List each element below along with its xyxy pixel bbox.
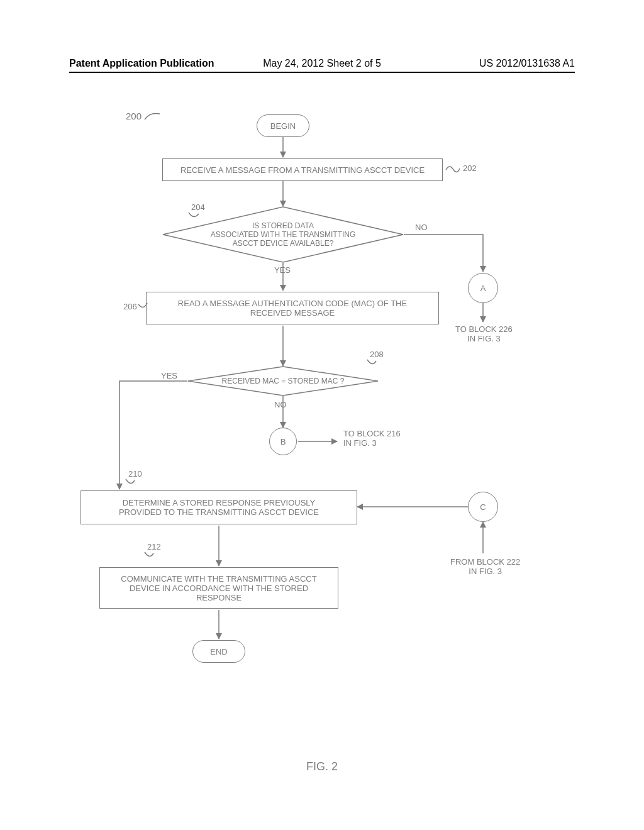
scribble-icon	[366, 358, 377, 368]
connector-a-to: TO BLOCK 226 IN FIG. 3	[455, 324, 513, 343]
block-212-text: COMMUNICATE WITH THE TRANSMITTING ASCCT …	[121, 574, 316, 602]
connector-a: A	[468, 273, 498, 303]
ref-204: 204	[191, 202, 205, 212]
ref-210: 210	[128, 469, 142, 479]
block-210-text: DETERMINE A STORED RESPONSE PREVIOUSLY P…	[119, 498, 319, 517]
ref-202: 202	[463, 163, 477, 173]
header-middle: May 24, 2012 Sheet 2 of 5	[238, 58, 406, 69]
label-yes-204: YES	[274, 265, 291, 275]
block-202: RECEIVE A MESSAGE FROM A TRANSMITTING AS…	[162, 158, 443, 181]
ref-208: 208	[370, 350, 384, 359]
figure-ref-200: 200	[126, 111, 142, 121]
header-left: Patent Application Publication	[69, 58, 238, 69]
connector-b-to: TO BLOCK 216 IN FIG. 3	[343, 429, 401, 448]
flow-arrows	[0, 0, 644, 830]
ref-206: 206	[123, 302, 137, 311]
label-yes-208: YES	[161, 371, 177, 380]
header-right: US 2012/0131638 A1	[406, 58, 575, 69]
scribble-icon	[143, 111, 162, 122]
block-206-text: READ A MESSAGE AUTHENTICATION CODE (MAC)…	[178, 299, 407, 318]
block-210: DETERMINE A STORED RESPONSE PREVIOUSLY P…	[80, 490, 357, 524]
decision-208-text: RECEIVED MAC = STORED MAC ?	[187, 366, 379, 396]
scribble-icon	[445, 163, 461, 175]
connector-c: C	[468, 492, 498, 522]
scribble-icon	[143, 551, 155, 561]
figure-caption: FIG. 2	[0, 760, 644, 773]
connector-b: B	[269, 428, 297, 455]
label-no-204: NO	[415, 223, 428, 232]
block-206: READ A MESSAGE AUTHENTICATION CODE (MAC)…	[146, 292, 439, 324]
connector-c-from: FROM BLOCK 222 IN FIG. 3	[450, 557, 520, 576]
block-212: COMMUNICATE WITH THE TRANSMITTING ASCCT …	[99, 567, 338, 609]
scribble-icon	[125, 478, 136, 488]
terminator-end: END	[192, 640, 245, 663]
decision-208: RECEIVED MAC = STORED MAC ?	[187, 366, 379, 396]
scribble-icon	[137, 302, 148, 312]
terminator-begin: BEGIN	[257, 114, 309, 137]
block-202-text: RECEIVE A MESSAGE FROM A TRANSMITTING AS…	[180, 165, 425, 175]
scribble-icon	[187, 211, 200, 221]
ref-212: 212	[147, 542, 161, 551]
page-header: Patent Application Publication May 24, 2…	[69, 50, 575, 73]
label-no-208: NO	[274, 400, 287, 409]
